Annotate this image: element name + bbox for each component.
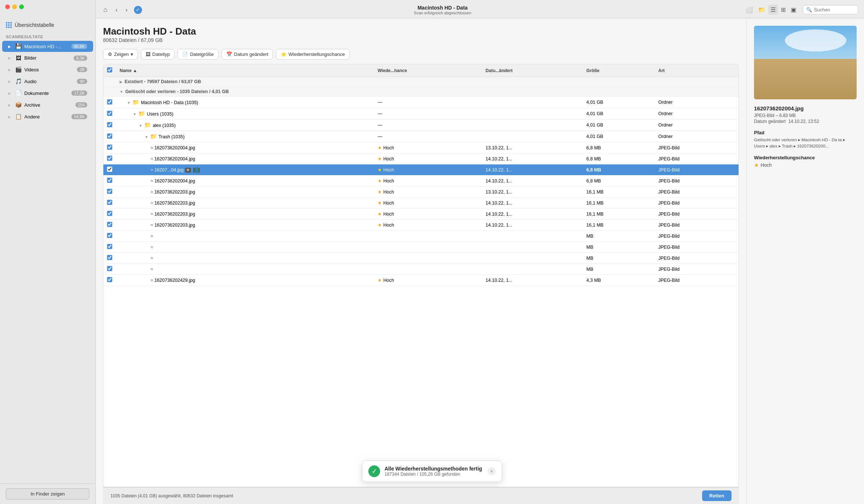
- row-chance: —: [374, 131, 482, 142]
- row-checkbox[interactable]: [107, 233, 112, 238]
- minimize-button[interactable]: [12, 4, 17, 9]
- row-checkbox[interactable]: [107, 167, 112, 172]
- row-checkbox[interactable]: [107, 255, 112, 260]
- row-checkbox[interactable]: [107, 211, 112, 216]
- table-row[interactable]: ▼ 📁 Macintosh HD - Data (1035) — 4,01 GB…: [103, 97, 739, 108]
- row-checkbox-cell[interactable]: [103, 253, 116, 264]
- toolbar: ⌂ ‹ › ✓ Macintosh HD - Data Scan erfolgr…: [96, 0, 864, 18]
- sidebar-item-macintosh[interactable]: ▶ 💾 Macintosh HD -... 80,6K: [2, 41, 93, 52]
- row-checkbox-cell[interactable]: [103, 175, 116, 187]
- row-checkbox[interactable]: [107, 145, 112, 150]
- row-checkbox[interactable]: [107, 178, 112, 183]
- table-row[interactable]: ▼ 📁 Trash (1035) — 4,01 GB Ordner: [103, 131, 739, 142]
- table-row[interactable]: ≈ 1620736202203.jpg ★ Hoch 14.10.22, 1..…: [103, 220, 739, 231]
- table-row[interactable]: ≈ 1620736202203.jpg ★ Hoch 14.10.22, 1..…: [103, 198, 739, 209]
- zeigen-filter[interactable]: ⚙ Zeigen ▾: [103, 49, 138, 60]
- row-checkbox[interactable]: [107, 111, 112, 116]
- row-checkbox-cell[interactable]: [103, 108, 116, 120]
- row-checkbox[interactable]: [107, 99, 112, 104]
- sidebar-overview-label: Übersichtstabelle: [15, 22, 54, 28]
- list-view-btn[interactable]: ☰: [768, 5, 778, 15]
- row-checkbox[interactable]: [107, 244, 112, 249]
- table-row[interactable]: ≈ MB JPEG-Bild: [103, 264, 739, 275]
- table-row-selected[interactable]: ≈ 16207...04.jpg 👁 🌐 ★ Hoch 14.10.22, 1.…: [103, 164, 739, 175]
- sidebar-item-videos[interactable]: ▶ 🎬 Videos 28: [2, 64, 93, 75]
- table-row[interactable]: ≈ 1620736202004.jpg ★ Hoch 14.10.22, 1..…: [103, 153, 739, 164]
- row-checkbox[interactable]: [107, 122, 112, 127]
- row-name: Users (1035): [147, 111, 173, 117]
- select-all-checkbox[interactable]: [107, 67, 112, 72]
- row-checkbox-cell[interactable]: [103, 120, 116, 131]
- grid-view-btn[interactable]: ⊞: [779, 5, 788, 15]
- forward-button[interactable]: ›: [124, 6, 129, 14]
- datum-filter[interactable]: 📅 Datum geändert: [222, 49, 273, 60]
- folder-icon: 📁: [138, 110, 145, 117]
- row-checkbox[interactable]: [107, 156, 112, 161]
- row-checkbox-cell[interactable]: [103, 264, 116, 275]
- row-checkbox-cell[interactable]: [103, 142, 116, 153]
- row-groesse: MB: [583, 264, 655, 275]
- table-row[interactable]: ≈ 1620736202203.jpg ★ Hoch 14.10.22, 1..…: [103, 209, 739, 220]
- dateityp-label: Dateityp: [152, 52, 170, 57]
- row-checkbox-cell[interactable]: [103, 275, 116, 286]
- sidebar-item-archive[interactable]: ▶ 📦 Archive 154: [2, 99, 93, 110]
- expand-arrow[interactable]: ▼: [145, 135, 148, 139]
- row-checkbox-cell[interactable]: [103, 153, 116, 164]
- retten-button[interactable]: Retten: [702, 490, 732, 501]
- row-checkbox[interactable]: [107, 277, 112, 282]
- expand-arrow[interactable]: ▼: [133, 112, 137, 116]
- expand-arrow[interactable]: ▼: [139, 124, 142, 128]
- sidebar-item-audio[interactable]: ▶ 🎵 Audio 90: [2, 76, 93, 87]
- row-groesse: 6,8 MB: [583, 164, 655, 175]
- table-row[interactable]: ≈ 1620736202203.jpg ★ Hoch 13.10.22, 1..…: [103, 187, 739, 198]
- row-checkbox-cell[interactable]: [103, 198, 116, 209]
- row-checkbox[interactable]: [107, 266, 112, 271]
- table-row[interactable]: ≈ 1620736202004.jpg ★ Hoch 14.10.22, 1..…: [103, 175, 739, 187]
- table-row[interactable]: ▼ 📁 Users (1035) — 4,01 GB Ordner: [103, 108, 739, 120]
- search-bar[interactable]: 🔍: [803, 5, 858, 14]
- row-checkbox[interactable]: [107, 134, 112, 139]
- chance-filter[interactable]: ⭐ Wiederherstellungschance: [276, 49, 350, 60]
- row-checkbox[interactable]: [107, 200, 112, 205]
- row-checkbox[interactable]: [107, 189, 112, 194]
- preview-view-btn[interactable]: ⬜: [743, 5, 755, 15]
- row-checkbox-cell[interactable]: [103, 97, 116, 108]
- group-geloescht[interactable]: ▼ Gelöscht oder verloren - 1035 Dateien …: [103, 87, 739, 97]
- finder-button[interactable]: In Finder zeigen: [6, 488, 89, 500]
- group-existiert[interactable]: ▶ Existiert - 79597 Dateien / 63,07 GB: [103, 77, 739, 87]
- row-datum: 14.10.22, 1...: [482, 164, 583, 175]
- dateityp-filter[interactable]: 🖼 Dateityp: [141, 49, 175, 60]
- toolbar-title: Macintosh HD - Data: [146, 5, 739, 11]
- search-input[interactable]: [814, 7, 851, 13]
- table-row[interactable]: ≈ 1620736202429.jpg ★ Hoch 14.10.22, 1..…: [103, 275, 739, 286]
- table-row[interactable]: ≈ MB JPEG-Bild: [103, 253, 739, 264]
- row-checkbox-cell[interactable]: [103, 164, 116, 175]
- table-row[interactable]: ≈ MB JPEG-Bild: [103, 231, 739, 242]
- sidebar-item-dokumente[interactable]: ▶ 📄 Dokumente 17,2K: [2, 88, 93, 99]
- sidebar-overview[interactable]: Übersichtstabelle: [0, 18, 95, 32]
- sidebar-item-bilder[interactable]: ▶ 🖼 Bilder 8,3K: [2, 53, 93, 63]
- toast-close-button[interactable]: ×: [488, 467, 496, 475]
- back-button[interactable]: ‹: [114, 6, 119, 14]
- table-row[interactable]: ▼ 📁 alex (1035) — 4,01 GB Ordner: [103, 120, 739, 131]
- dateigroesse-filter[interactable]: 📄 Dateigröße: [177, 49, 218, 60]
- home-button[interactable]: ⌂: [102, 5, 109, 15]
- row-checkbox-cell[interactable]: [103, 187, 116, 198]
- col-name[interactable]: Name ▲: [116, 64, 374, 77]
- toast-content: Alle Wiederherstellungsmethoden fertig 1…: [385, 466, 483, 477]
- row-checkbox-cell[interactable]: [103, 220, 116, 231]
- close-button[interactable]: [5, 4, 10, 9]
- maximize-button[interactable]: [19, 4, 24, 9]
- panel-view-btn[interactable]: ▣: [789, 5, 799, 15]
- row-checkbox-cell[interactable]: [103, 242, 116, 253]
- sidebar-item-andere[interactable]: ▶ 📋 Andere 54,8K: [2, 111, 93, 122]
- expand-arrow[interactable]: ▼: [127, 101, 131, 105]
- eye-icon: 👁: [185, 168, 191, 173]
- table-row[interactable]: ≈ 1620736202004.jpg ★ Hoch 13.10.22, 1..…: [103, 142, 739, 153]
- folder-view-btn[interactable]: 📁: [756, 5, 768, 15]
- table-row[interactable]: ≈ MB JPEG-Bild: [103, 242, 739, 253]
- row-checkbox-cell[interactable]: [103, 209, 116, 220]
- row-checkbox[interactable]: [107, 222, 112, 227]
- row-checkbox-cell[interactable]: [103, 231, 116, 242]
- row-checkbox-cell[interactable]: [103, 131, 116, 142]
